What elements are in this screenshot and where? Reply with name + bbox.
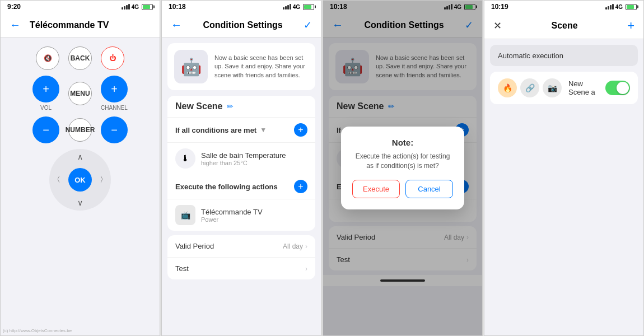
action-detail-2: Power xyxy=(201,216,263,223)
valid-period-value-2: All day xyxy=(283,242,303,250)
settings-section-2: Valid Period All day › Test › xyxy=(167,235,315,279)
watermark: (c) http://www.ObjetsConnectes.be xyxy=(3,328,72,333)
page-title-2: Condition Settings xyxy=(203,20,282,30)
mascot-card-2: 🤖 Now a basic scene has been set up. Sav… xyxy=(167,43,315,90)
nav-right-button[interactable]: 〉 xyxy=(100,175,108,185)
condition-item-text-2: Salle de bain Temperature higher than 25… xyxy=(201,151,286,166)
scene-item-name-4: New Scene a xyxy=(568,80,599,96)
phone-2: 10:18 4G ← Condition Settings ✓ 🤖 Now a … xyxy=(161,0,321,336)
phone-4: 10:19 4G ✕ Scene + Automatic execution 🔥… xyxy=(484,0,644,336)
4g-icon-1: 4G xyxy=(132,4,139,10)
toggle-4[interactable] xyxy=(605,81,630,95)
signal-icon-2 xyxy=(283,4,291,10)
link-icon-4: 🔗 xyxy=(520,78,539,97)
battery-icon-2 xyxy=(303,4,314,10)
nav-down-button[interactable]: ∨ xyxy=(77,198,83,207)
4g-icon-2: 4G xyxy=(293,4,300,10)
phone-1: 9:20 4G ← Télécommande TV 🔇 BACK ⏻ + VOL… xyxy=(0,0,160,336)
menu-button[interactable]: MENU xyxy=(68,82,92,105)
status-bar-4: 10:19 4G xyxy=(484,1,643,13)
camera-icon-4: 📷 xyxy=(543,78,562,97)
ok-button[interactable]: OK xyxy=(68,168,92,192)
back-button-1[interactable]: ← xyxy=(10,18,21,31)
action-text-2: Execute the following actions xyxy=(175,183,278,191)
dialog-message-3: Execute the action(s) for testing as if … xyxy=(352,152,453,171)
vol-label: VOL xyxy=(40,105,52,111)
phone-3: 10:18 4G ← Condition Settings ✓ 🤖 Now a … xyxy=(323,0,483,336)
condition-section-header-2: If all conditions are met ▼ + xyxy=(167,118,315,143)
time-1: 9:20 xyxy=(7,3,21,11)
remote-row-nav: ∧ ∨ 〈 〉 OK xyxy=(10,149,151,211)
plus-button-4[interactable]: + xyxy=(627,18,634,33)
chevron-right-test-icon-2: › xyxy=(305,265,307,273)
vol-area: + VOL xyxy=(32,76,59,111)
status-icons-1: 4G xyxy=(122,4,153,10)
status-bar-2: 10:18 4G xyxy=(162,1,321,13)
vol-minus-button[interactable]: − xyxy=(32,116,59,143)
test-row-2[interactable]: Test › xyxy=(167,258,315,279)
signal-icon-4 xyxy=(605,4,614,10)
4g-icon-4: 4G xyxy=(615,4,623,10)
execute-button-3[interactable]: Execute xyxy=(352,180,400,198)
dialog-buttons-3: Execute Cancel xyxy=(352,180,453,198)
mute-button[interactable]: 🔇 xyxy=(36,46,59,70)
add-action-button-2[interactable]: + xyxy=(294,180,307,193)
chevron-right-icon-2: › xyxy=(305,242,307,250)
mascot-image-2: 🤖 xyxy=(174,50,208,83)
condition-header-2: ← Condition Settings ✓ xyxy=(162,13,321,38)
status-bar-1: 9:20 4G xyxy=(1,1,160,13)
check-button-2[interactable]: ✓ xyxy=(304,19,312,31)
scene-name-2: New Scene xyxy=(175,101,222,111)
battery-icon-4 xyxy=(626,4,637,10)
power-button[interactable]: ⏻ xyxy=(101,46,124,70)
action-label-2: Execute the following actions xyxy=(175,183,278,191)
page-title-4: Scene xyxy=(552,21,578,31)
channel-plus-button[interactable]: + xyxy=(101,76,128,102)
page-title-1: Télécommande TV xyxy=(30,20,109,30)
remote-body: 🔇 BACK ⏻ + VOL MENU + CHANNEL − NUMBER −… xyxy=(1,38,160,335)
scene-item-4: 🔥 🔗 📷 New Scene a xyxy=(490,72,638,104)
action-name-2: Télécommande TV xyxy=(201,208,263,216)
channel-minus-button[interactable]: − xyxy=(101,116,128,143)
channel-area: + CHANNEL xyxy=(101,76,128,111)
status-icons-2: 4G xyxy=(283,4,314,10)
close-button-4[interactable]: ✕ xyxy=(493,20,502,32)
action-icon-2: 📺 xyxy=(175,205,195,225)
remote-row-2: + VOL MENU + CHANNEL xyxy=(10,76,151,111)
back-button-2[interactable]: ← xyxy=(171,18,182,31)
back-remote-button[interactable]: BACK xyxy=(68,46,92,70)
toggle-knob-4 xyxy=(617,82,629,94)
action-item-2: 📺 Télécommande TV Power xyxy=(167,199,315,231)
valid-period-label-2: Valid Period xyxy=(175,242,214,250)
scene-title-row-2: New Scene ✏ xyxy=(167,96,315,118)
thermometer-icon-2: 🌡 xyxy=(175,148,195,169)
signal-icon-1 xyxy=(122,4,130,10)
cancel-button-3[interactable]: Cancel xyxy=(405,180,453,198)
status-icons-4: 4G xyxy=(605,4,637,10)
screen1-header: ← Télécommande TV xyxy=(1,13,160,38)
battery-icon-1 xyxy=(142,4,153,10)
valid-period-value-row-2: All day › xyxy=(283,242,307,250)
mascot-text-2: Now a basic scene has been set up. Save … xyxy=(214,54,309,80)
remote-row-3: − NUMBER − xyxy=(10,116,151,143)
dialog-overlay-3: Note: Execute the action(s) for testing … xyxy=(323,1,482,335)
scene-header-4: ✕ Scene + xyxy=(484,13,643,39)
scene-icon-group-4: 🔥 🔗 📷 xyxy=(498,78,562,97)
scene-section-2: New Scene ✏ If all conditions are met ▼ … xyxy=(167,96,315,231)
remote-row-1: 🔇 BACK ⏻ xyxy=(10,46,151,70)
test-label-2: Test xyxy=(175,264,189,273)
add-condition-button-2[interactable]: + xyxy=(294,123,307,137)
edit-icon-2[interactable]: ✏ xyxy=(227,102,234,111)
nav-left-button[interactable]: 〈 xyxy=(53,175,60,185)
condition-detail-2: higher than 25°C xyxy=(201,160,286,166)
nav-pad: ∧ ∨ 〈 〉 OK xyxy=(49,149,111,211)
vol-plus-button[interactable]: + xyxy=(32,76,59,102)
auto-exec-label-4: Automatic execution xyxy=(498,52,563,60)
number-button[interactable]: NUMBER xyxy=(68,118,92,142)
nav-up-button[interactable]: ∧ xyxy=(77,152,83,161)
valid-period-row-2[interactable]: Valid Period All day › xyxy=(167,235,315,258)
dialog-title-3: Note: xyxy=(352,138,453,147)
time-4: 10:19 xyxy=(491,3,508,11)
condition-text-2: If all conditions are met xyxy=(175,126,256,134)
action-item-text-2: Télécommande TV Power xyxy=(201,208,263,223)
